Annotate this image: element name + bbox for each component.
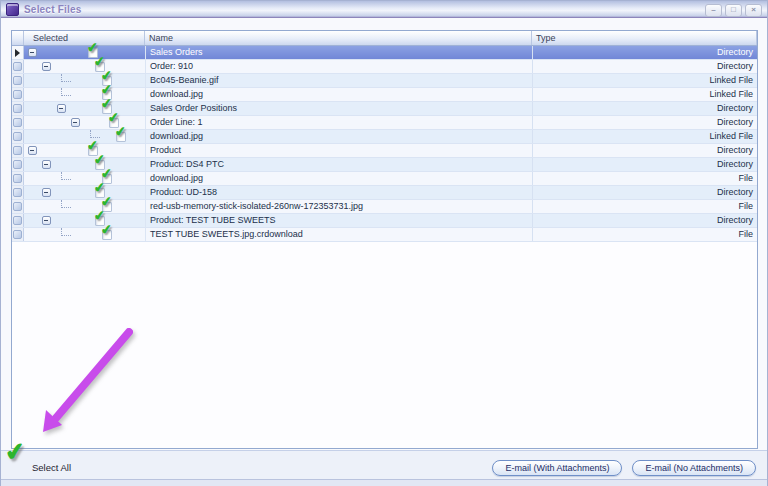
collapse-icon[interactable] — [71, 118, 80, 127]
type-cell[interactable]: File — [532, 228, 757, 241]
name-cell[interactable]: download.jpg — [145, 172, 532, 185]
name-cell[interactable]: Order: 910 — [145, 60, 532, 73]
table-row[interactable]: ✔ Order: 910 Directory — [12, 60, 757, 74]
name-cell[interactable]: Product: TEST TUBE SWEETS — [145, 214, 532, 227]
type-cell[interactable]: Linked File — [532, 130, 757, 143]
row-handle-icon — [13, 160, 22, 169]
header-selected[interactable]: Selected — [24, 31, 145, 45]
tree-cell: ✔ — [24, 102, 145, 115]
header-name[interactable]: Name — [145, 31, 532, 45]
name-cell[interactable]: red-usb-memory-stick-isolated-260nw-1723… — [145, 200, 532, 213]
checked-icon: ✔ — [114, 123, 126, 139]
row-handle-icon — [13, 90, 22, 99]
current-row-icon — [15, 49, 20, 57]
collapse-icon[interactable] — [57, 104, 66, 113]
name-cell[interactable]: Bc045-Beanie.gif — [145, 74, 532, 87]
table-row[interactable]: ✔ Product: TEST TUBE SWEETS Directory — [12, 214, 757, 228]
close-button[interactable]: × — [745, 4, 762, 17]
row-selector[interactable] — [12, 46, 24, 59]
row-selector[interactable] — [12, 88, 24, 101]
title-bar[interactable]: Select Files – □ × — [1, 1, 767, 18]
header-type[interactable]: Type — [532, 31, 757, 45]
row-selector[interactable] — [12, 116, 24, 129]
collapse-icon[interactable] — [42, 160, 51, 169]
tree-branch-icon — [61, 172, 71, 180]
row-handle-icon — [13, 188, 22, 197]
tree-cell: ✔ — [24, 74, 145, 87]
checked-icon: ✔ — [93, 207, 105, 223]
row-selector[interactable] — [12, 60, 24, 73]
row-handle-icon — [13, 132, 22, 141]
row-selector[interactable] — [12, 158, 24, 171]
type-cell[interactable]: Directory — [532, 60, 757, 73]
table-row[interactable]: ✔ TEST TUBE SWEETS.jpg.crdownload File — [12, 228, 757, 242]
table-row[interactable]: ✔ Bc045-Beanie.gif Linked File — [12, 74, 757, 88]
name-cell[interactable]: Product: UD-158 — [145, 186, 532, 199]
header-selector-stub — [12, 31, 24, 45]
minimize-button[interactable]: – — [705, 4, 722, 17]
row-selector[interactable] — [12, 102, 24, 115]
email-no-attachments-button[interactable]: E-mail (No Attachments) — [632, 460, 756, 476]
type-cell[interactable]: File — [532, 172, 757, 185]
maximize-button[interactable]: □ — [725, 4, 742, 17]
table-row[interactable]: ✔ download.jpg Linked File — [12, 130, 757, 144]
type-cell[interactable]: Directory — [532, 214, 757, 227]
checked-icon: ✔ — [93, 53, 105, 69]
collapse-icon[interactable] — [28, 48, 37, 57]
table-row[interactable]: ✔ download.jpg Linked File — [12, 88, 757, 102]
row-selector[interactable] — [12, 130, 24, 143]
select-all-label[interactable]: Select All — [32, 462, 71, 473]
table-row[interactable]: ✔ Product: DS4 PTC Directory — [12, 158, 757, 172]
row-selector[interactable] — [12, 200, 24, 213]
row-selector[interactable] — [12, 186, 24, 199]
table-row[interactable]: ✔ Sales Order Positions Directory — [12, 102, 757, 116]
type-cell[interactable]: File — [532, 200, 757, 213]
type-cell[interactable]: Linked File — [532, 74, 757, 87]
name-cell[interactable]: Sales Order Positions — [145, 102, 532, 115]
tree-branch-icon — [61, 74, 71, 82]
name-cell[interactable]: download.jpg — [145, 130, 532, 143]
name-cell[interactable]: Product: DS4 PTC — [145, 158, 532, 171]
row-handle-icon — [13, 76, 22, 85]
email-with-attachments-button[interactable]: E-mail (With Attachments) — [492, 460, 622, 476]
tree-branch-icon — [61, 200, 71, 208]
file-tree-grid: Selected Name Type ✔ Sales Orders Dir — [11, 30, 758, 449]
window-frame-bottom — [1, 479, 767, 486]
name-cell[interactable]: Product — [145, 144, 532, 157]
row-selector[interactable] — [12, 144, 24, 157]
tree-cell: ✔ — [24, 214, 145, 227]
table-row[interactable]: ✔ Product: UD-158 Directory — [12, 186, 757, 200]
type-cell[interactable]: Directory — [532, 186, 757, 199]
table-row[interactable]: ✔ red-usb-memory-stick-isolated-260nw-17… — [12, 200, 757, 214]
checked-icon: ✔ — [107, 109, 119, 125]
collapse-icon[interactable] — [42, 188, 51, 197]
type-cell[interactable]: Directory — [532, 144, 757, 157]
row-selector[interactable] — [12, 172, 24, 185]
checked-icon: ✔ — [93, 151, 105, 167]
tree-cell: ✔ — [24, 60, 145, 73]
type-cell[interactable]: Directory — [532, 116, 757, 129]
table-row[interactable]: ✔ Product Directory — [12, 144, 757, 158]
table-row[interactable]: ✔ download.jpg File — [12, 172, 757, 186]
row-handle-icon — [13, 202, 22, 211]
app-icon — [6, 3, 19, 16]
table-row[interactable]: ✔ Sales Orders Directory — [12, 46, 757, 60]
tree-cell: ✔ — [24, 116, 145, 129]
type-cell[interactable]: Linked File — [532, 88, 757, 101]
type-cell[interactable]: Directory — [532, 46, 757, 59]
type-cell[interactable]: Directory — [532, 102, 757, 115]
name-cell[interactable]: download.jpg — [145, 88, 532, 101]
row-selector[interactable] — [12, 228, 24, 241]
tree-branch-icon — [61, 88, 71, 96]
name-cell[interactable]: Sales Orders — [145, 46, 532, 59]
name-cell[interactable]: TEST TUBE SWEETS.jpg.crdownload — [145, 228, 532, 241]
row-handle-icon — [13, 118, 22, 127]
checked-icon: ✔ — [93, 179, 105, 195]
row-selector[interactable] — [12, 74, 24, 87]
collapse-icon[interactable] — [42, 216, 51, 225]
collapse-icon[interactable] — [28, 146, 37, 155]
name-cell[interactable]: Order Line: 1 — [145, 116, 532, 129]
row-selector[interactable] — [12, 214, 24, 227]
type-cell[interactable]: Directory — [532, 158, 757, 171]
collapse-icon[interactable] — [42, 62, 51, 71]
